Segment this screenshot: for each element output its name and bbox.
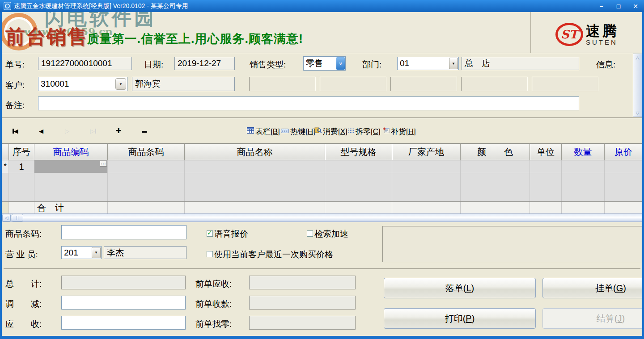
dept-combo[interactable]: 01 ▼	[397, 57, 459, 70]
divider-form-toolbar	[2, 117, 642, 118]
consume-search-icon	[314, 127, 322, 136]
row-cell[interactable]	[185, 160, 325, 173]
col-header-unit[interactable]: 单位	[530, 144, 562, 160]
header-band: 闪电软件园 www.pc0359.cn 前台销售 - 质量第一.信誉至上.用心服…	[2, 12, 642, 53]
col-header-qty[interactable]: 数量	[562, 144, 605, 160]
prev-due-label: 前单应收:	[195, 278, 232, 290]
divider-panel-totals	[4, 268, 640, 269]
row-cell[interactable]	[562, 160, 604, 173]
info-box-3	[390, 77, 457, 91]
nav-add-row-button[interactable]: ✚	[112, 126, 125, 136]
total-cell	[392, 202, 461, 213]
last-price-label[interactable]: 使用当前客户最近一次购买价格	[214, 249, 333, 260]
table-grid-icon	[247, 127, 254, 136]
barcode-label: 商品条码:	[5, 228, 42, 240]
nav-prev-button[interactable]: ◀	[34, 126, 48, 136]
remark-input[interactable]	[38, 96, 579, 110]
prev-change-label: 前单找零:	[195, 318, 232, 330]
info-box-4	[461, 77, 528, 91]
window-edge-bottom	[0, 336, 644, 339]
sale-type-label: 销售类型:	[250, 59, 286, 71]
restock-note-icon	[382, 127, 390, 136]
dept-dropdown-icon[interactable]: ▼	[449, 58, 458, 69]
col-header-price[interactable]: 原价	[605, 144, 642, 160]
row-cell[interactable]	[530, 160, 561, 173]
print-button[interactable]: 打印(P)	[384, 308, 536, 329]
col-header-barcode[interactable]: 商品条码	[108, 144, 185, 160]
scroll-left-icon[interactable]: ◁	[2, 214, 11, 222]
total-indicator-cell	[2, 202, 9, 213]
customer-label: 客户:	[5, 80, 25, 91]
row-cell[interactable]	[325, 160, 392, 173]
voice-quote-label[interactable]: 语音报价	[214, 228, 248, 240]
nav-last-button[interactable]: ▷	[86, 126, 100, 136]
ellipsis-button[interactable]: …	[100, 161, 107, 167]
keyboard-icon	[281, 127, 289, 136]
nav-first-button[interactable]: ◀	[8, 126, 22, 136]
nav-next-button[interactable]: ▷	[60, 126, 74, 136]
close-icon[interactable]: ✕	[631, 3, 640, 10]
header-divider	[530, 12, 531, 53]
col-header-manufacturer[interactable]: 厂家产地	[392, 144, 461, 160]
consume-button[interactable]: 消费[X]	[314, 126, 347, 137]
info-box-2	[320, 77, 386, 91]
window-title: 速腾五金水暖建材管理系统[经典版] Ver20.0102 - 某某公司专用	[14, 2, 188, 10]
row-cell[interactable]	[461, 160, 530, 173]
info-box-5	[532, 77, 598, 91]
salesman-dropdown-icon[interactable]: ▼	[92, 247, 101, 258]
total-cell	[185, 202, 325, 213]
salesman-name-field: 李杰	[104, 246, 186, 259]
table-horizontal-scrollbar[interactable]: ◁	[2, 213, 642, 222]
row-cell[interactable]	[605, 160, 642, 173]
total-cell	[562, 202, 605, 213]
customer-combo[interactable]: 310001 ▼	[38, 77, 127, 91]
minimize-icon[interactable]: –	[597, 3, 606, 10]
brand-name-en: SUTEN	[586, 39, 619, 46]
search-accel-checkbox[interactable]	[307, 230, 313, 237]
col-header-spec[interactable]: 型号规格	[325, 144, 392, 160]
sale-type-dropdown-icon[interactable]: v	[336, 57, 345, 70]
col-header-product-name[interactable]: 商品名称	[185, 144, 325, 160]
voice-quote-checkbox[interactable]	[207, 230, 213, 237]
total-cell	[9, 202, 34, 213]
restock-button[interactable]: 补货[H]	[382, 126, 416, 137]
split-button[interactable]: 拆零[C]	[348, 126, 381, 137]
adjust-input[interactable]	[61, 296, 186, 310]
nav-delete-row-button[interactable]: ▬	[138, 126, 151, 136]
page-title: 前台销售	[5, 24, 88, 50]
customer-code-value: 310001	[38, 77, 114, 91]
due-input[interactable]	[61, 316, 186, 330]
col-header-color[interactable]: 颜 色	[461, 144, 530, 160]
header-slogan: - 质量第一.信誉至上.用心服务.顾客满意!	[79, 31, 303, 47]
row-cell[interactable]	[108, 160, 184, 173]
selected-product-code-cell[interactable]: …	[34, 160, 107, 173]
columns-button[interactable]: 表栏[B]	[247, 126, 280, 137]
barcode-input[interactable]	[61, 225, 186, 239]
place-order-button[interactable]: 落单(L)	[384, 278, 536, 298]
row-seq-cell[interactable]: 1	[9, 160, 34, 173]
customer-name-field: 郭海宾	[132, 77, 235, 91]
salesman-combo[interactable]: 201 ▼	[61, 246, 102, 259]
scroll-up-icon[interactable]: △	[636, 54, 639, 61]
total-cell	[325, 202, 392, 213]
col-header-seq[interactable]: 序号	[9, 144, 34, 160]
date-label: 日期:	[144, 59, 163, 71]
table-header-row: 序号 商品编码 商品条码 商品名称 型号规格 厂家产地 颜 色 单位 数量 原价	[2, 143, 642, 160]
order-no-field[interactable]: 191227000010001	[38, 57, 132, 70]
hold-order-button[interactable]: 挂单(G)	[542, 278, 644, 298]
date-field[interactable]: 2019-12-27	[174, 57, 235, 70]
scrollbar-thumb[interactable]	[12, 214, 23, 222]
scroll-down-icon[interactable]: ▽	[636, 109, 639, 117]
last-price-checkbox[interactable]	[207, 251, 213, 257]
row-cell[interactable]	[392, 160, 460, 173]
maximize-icon[interactable]: □	[614, 3, 623, 10]
col-header-product-code[interactable]: 商品编码	[34, 144, 108, 160]
customer-dropdown-icon[interactable]: ▼	[115, 78, 126, 90]
split-list-icon	[348, 127, 354, 136]
hotkeys-button[interactable]: 热键[H]	[281, 126, 315, 137]
prev-paid-field	[249, 296, 356, 310]
sale-type-combo[interactable]: 零售 v	[303, 56, 346, 71]
info-scrollbar[interactable]: △ ▽	[633, 54, 642, 117]
add-icon: ✚	[116, 127, 122, 135]
search-accel-label[interactable]: 检索加速	[314, 228, 348, 240]
